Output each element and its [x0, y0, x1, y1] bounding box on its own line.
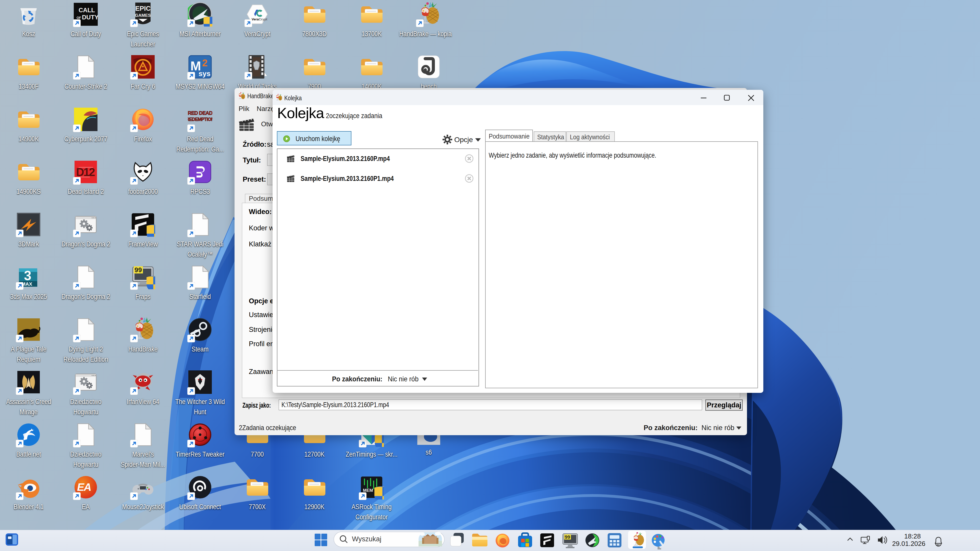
- svg-text:RED DEAD: RED DEAD: [188, 110, 212, 116]
- svg-text:EPIC: EPIC: [135, 5, 151, 12]
- svg-text:OF: OF: [76, 16, 81, 20]
- svg-text:99: 99: [135, 266, 142, 274]
- svg-text:29.01.2026: 29.01.2026: [892, 540, 925, 548]
- svg-text:DUTY: DUTY: [82, 14, 98, 21]
- svg-text:99: 99: [565, 534, 570, 540]
- svg-text:CALL: CALL: [79, 6, 95, 14]
- svg-text:sys: sys: [199, 70, 210, 78]
- svg-text:2: 2: [202, 58, 207, 68]
- svg-text:GAMES: GAMES: [135, 13, 151, 18]
- svg-text:3: 3: [24, 268, 32, 283]
- svg-text:REDEMPTION: REDEMPTION: [188, 117, 212, 122]
- svg-text:EA: EA: [77, 481, 91, 493]
- svg-text:18:28: 18:28: [904, 532, 921, 540]
- svg-text:VeraCrypt: VeraCrypt: [251, 17, 267, 21]
- svg-text:Wyszukaj: Wyszukaj: [352, 535, 381, 543]
